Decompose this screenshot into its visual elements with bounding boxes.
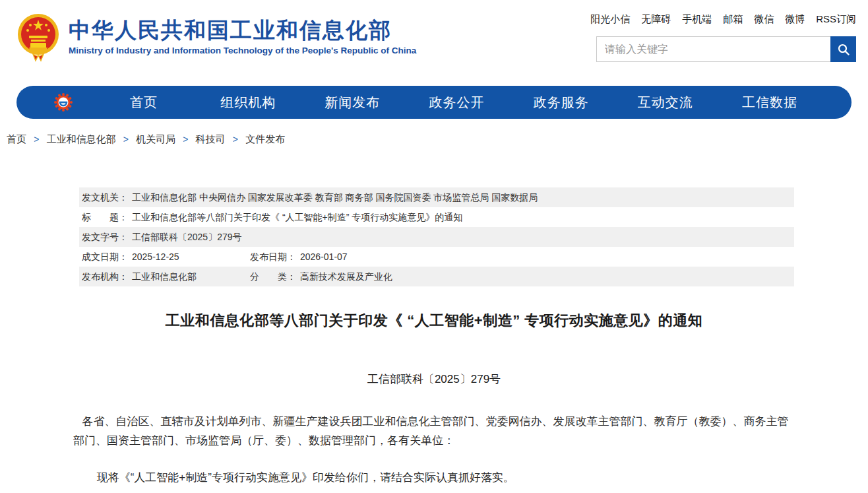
nav-item-gov-disclosure[interactable]: 政务公开 <box>404 86 509 119</box>
quick-link-sunshine[interactable]: 阳光小信 <box>590 13 630 26</box>
meta-value: 高新技术发展及产业化 <box>300 271 392 282</box>
nav-item-news[interactable]: 新闻发布 <box>300 86 404 119</box>
search-box <box>596 36 856 62</box>
page: 中华人民共和国工业和信息化部 Ministry of Industry and … <box>0 0 868 493</box>
site-title: 中华人民共和国工业和信息化部 <box>69 17 416 44</box>
document-meta-table: 发文机关：工业和信息化部 中央网信办 国家发展改革委 教育部 商务部 国务院国资… <box>79 187 794 286</box>
site-header: 中华人民共和国工业和信息化部 Ministry of Industry and … <box>0 0 868 84</box>
document-title: 工业和信息化部等八部门关于印发《 “人工智能+制造” 专项行动实施意见》的通知 <box>40 311 828 331</box>
meta-label: 发文机关： <box>82 192 128 203</box>
meta-value: 2026-01-07 <box>300 251 348 262</box>
meta-label: 发文字号： <box>82 232 128 242</box>
quick-link-rss[interactable]: RSS订阅 <box>816 13 856 26</box>
breadcrumb-separator: > <box>123 134 129 145</box>
meta-row-publisher-category: 发布机构：工业和信息化部 分 类：高新技术发展及产业化 <box>79 267 794 286</box>
meta-row-title: 标 题：工业和信息化部等八部门关于印发《 “人工智能+制造” 专项行动实施意见》… <box>79 207 794 227</box>
nav-item-home[interactable]: 首页 <box>92 86 196 119</box>
nav-item-interaction[interactable]: 互动交流 <box>613 86 718 119</box>
breadcrumb-separator: > <box>34 134 39 145</box>
brand-text: 中华人民共和国工业和信息化部 Ministry of Industry and … <box>69 12 416 55</box>
meta-label: 成文日期： <box>82 251 128 262</box>
breadcrumb-separator: > <box>183 134 188 145</box>
breadcrumb-science-tech-dept[interactable]: 科技司 <box>196 133 226 145</box>
search-icon <box>837 43 850 56</box>
nav-item-miit-data[interactable]: 工信数据 <box>718 86 822 119</box>
document-number: 工信部联科〔2025〕279号 <box>0 372 868 387</box>
meta-label: 发布日期： <box>250 251 296 262</box>
header-right: 阳光小信 无障碍 手机端 邮箱 微信 微博 RSS订阅 <box>596 11 856 62</box>
meta-value: 2025-12-25 <box>132 251 179 262</box>
breadcrumb: 首页 > 工业和信息化部 > 机关司局 > 科技司 > 文件发布 <box>7 133 868 146</box>
meta-row-issuing-authority: 发文机关：工业和信息化部 中央网信办 国家发展改革委 教育部 商务部 国务院国资… <box>79 187 794 207</box>
breadcrumb-miit[interactable]: 工业和信息化部 <box>47 133 116 145</box>
nav-item-gov-services[interactable]: 政务服务 <box>509 86 613 119</box>
quick-link-accessibility[interactable]: 无障碍 <box>641 13 671 26</box>
nav-items: 首页 组织机构 新闻发布 政务公开 政务服务 互动交流 工信数据 <box>92 86 822 119</box>
meta-row-dates: 成文日期：2025-12-25 发布日期：2026-01-07 <box>79 247 794 267</box>
quick-link-wechat[interactable]: 微信 <box>754 13 774 26</box>
meta-label: 标 题： <box>82 212 128 222</box>
quick-link-weibo[interactable]: 微博 <box>785 13 805 26</box>
national-emblem-icon <box>17 12 59 71</box>
meta-label: 发布机构： <box>82 271 128 282</box>
nav-item-organization[interactable]: 组织机构 <box>196 86 300 119</box>
search-input[interactable] <box>597 37 830 61</box>
paragraph-addressees: 各省、自治区、直辖市及计划单列市、新疆生产建设兵团工业和信息化主管部门、党委网信… <box>73 412 796 450</box>
breadcrumb-current-page: 文件发布 <box>245 133 285 145</box>
main-nav: 首页 组织机构 新闻发布 政务公开 政务服务 互动交流 工信数据 <box>16 86 852 119</box>
breadcrumb-home[interactable]: 首页 <box>7 133 26 145</box>
meta-value: 工信部联科〔2025〕279号 <box>132 232 242 242</box>
meta-value: 工业和信息化部 <box>132 271 197 282</box>
site-subtitle: Ministry of Industry and Information Tec… <box>69 46 416 55</box>
meta-label: 分 类： <box>250 271 296 282</box>
paragraph-body: 现将《“人工智能+制造”专项行动实施意见》印发给你们，请结合实际认真抓好落实。 <box>73 468 796 487</box>
meta-row-doc-number: 发文字号：工信部联科〔2025〕279号 <box>79 227 794 247</box>
content: 发文机关：工业和信息化部 中央网信办 国家发展改革委 教育部 商务部 国务院国资… <box>0 187 868 487</box>
quick-link-mobile[interactable]: 手机端 <box>682 13 712 26</box>
search-button[interactable] <box>830 36 856 62</box>
breadcrumb-separator: > <box>233 134 238 145</box>
site-brand: 中华人民共和国工业和信息化部 Ministry of Industry and … <box>17 12 416 71</box>
breadcrumb-departments[interactable]: 机关司局 <box>136 133 175 145</box>
meta-value: 工业和信息化部 中央网信办 国家发展改革委 教育部 商务部 国务院国资委 市场监… <box>132 192 538 203</box>
quick-link-mail[interactable]: 邮箱 <box>723 13 743 26</box>
quick-links: 阳光小信 无障碍 手机端 邮箱 微信 微博 RSS订阅 <box>596 11 856 28</box>
miit-gear-logo-icon <box>53 92 73 112</box>
meta-value: 工业和信息化部等八部门关于印发《 “人工智能+制造” 专项行动实施意见》的通知 <box>132 212 462 222</box>
